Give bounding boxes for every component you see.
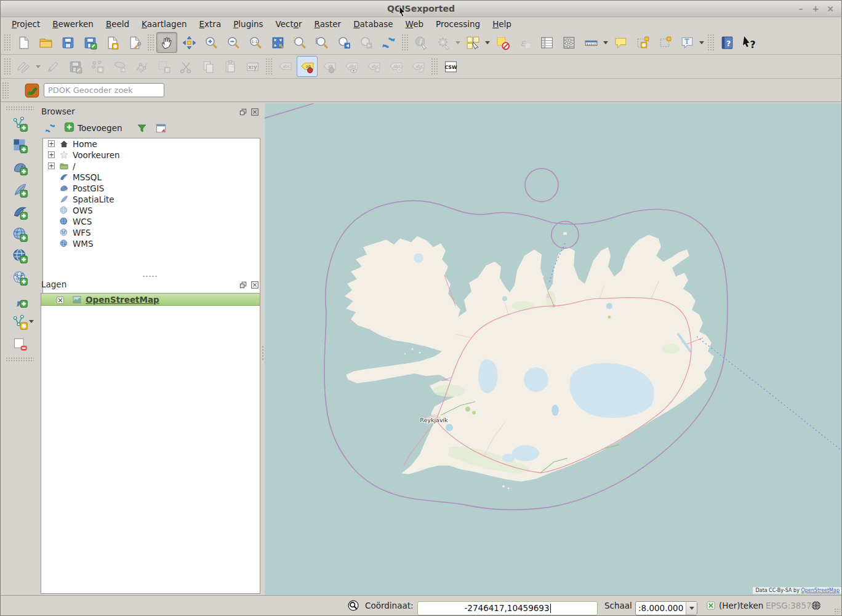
toolbar-handle[interactable] bbox=[6, 106, 34, 111]
add-raster-layer-button[interactable] bbox=[9, 135, 31, 156]
expand-icon[interactable]: + bbox=[48, 162, 55, 169]
menu-database[interactable]: Database bbox=[347, 18, 399, 30]
browser-item-[interactable]: +/ bbox=[43, 161, 260, 172]
browser-float-button[interactable] bbox=[239, 108, 247, 116]
render-checkbox[interactable] bbox=[706, 601, 716, 610]
text-annotation-button[interactable]: T bbox=[676, 32, 697, 53]
menu-raster[interactable]: Raster bbox=[308, 18, 348, 30]
locator-button[interactable] bbox=[347, 596, 359, 615]
pdok-geocoder-search-input[interactable] bbox=[44, 83, 164, 97]
add-wcs-layer-button[interactable] bbox=[9, 246, 31, 266]
pdok-plugin-button[interactable] bbox=[23, 81, 41, 100]
save-project-as-button[interactable] bbox=[79, 32, 100, 53]
add-delimited-text-layer-button[interactable]: , bbox=[9, 289, 31, 310]
add-mssql-layer-button[interactable] bbox=[9, 201, 31, 222]
toolbar-handle[interactable] bbox=[401, 34, 408, 51]
titlebar[interactable]: QGISexported – + × bbox=[1, 1, 841, 17]
save-project-button[interactable] bbox=[57, 32, 78, 53]
properties-widget-button[interactable] bbox=[153, 121, 169, 135]
deselect-features-button[interactable] bbox=[492, 32, 513, 53]
browser-refresh-button[interactable] bbox=[42, 121, 58, 135]
zoom-in-button[interactable] bbox=[201, 32, 222, 53]
browser-item-wfs[interactable]: WFS bbox=[43, 227, 260, 238]
panel-splitter[interactable] bbox=[39, 274, 262, 278]
pan-map-button[interactable] bbox=[156, 32, 177, 53]
menu-processing[interactable]: Processing bbox=[430, 18, 486, 30]
measure-button[interactable] bbox=[580, 32, 601, 53]
toolbar-handle[interactable] bbox=[265, 58, 272, 75]
text-annotation-dropdown[interactable] bbox=[698, 32, 705, 53]
toolbar-handle[interactable] bbox=[4, 58, 10, 75]
browser-item-home[interactable]: +Home bbox=[43, 138, 260, 150]
zoom-native-button[interactable]: 1:1 bbox=[245, 32, 266, 53]
filter-browser-button[interactable] bbox=[134, 121, 150, 135]
select-features-button[interactable] bbox=[462, 32, 483, 53]
add-vector-layer-button[interactable] bbox=[9, 113, 31, 134]
toolbar-handle[interactable] bbox=[2, 82, 9, 99]
show-bookmarks-button[interactable] bbox=[654, 32, 675, 53]
select-features-dropdown[interactable] bbox=[484, 32, 491, 53]
coordinate-input[interactable]: -2746417,10459693 bbox=[417, 601, 598, 615]
add-spatialite-layer-button[interactable] bbox=[9, 179, 31, 200]
menu-plugins[interactable]: Plugins bbox=[227, 18, 269, 30]
zoom-out-button[interactable] bbox=[223, 32, 244, 53]
open-project-button[interactable] bbox=[35, 32, 56, 53]
crs-button[interactable] bbox=[810, 596, 822, 615]
attribution-link[interactable]: OpenStreetMap bbox=[801, 588, 840, 593]
layers-close-button[interactable] bbox=[251, 281, 259, 289]
browser-item-spatialite[interactable]: SpatiaLite bbox=[43, 194, 260, 205]
zoom-to-selection-button[interactable] bbox=[289, 32, 310, 53]
expand-icon[interactable]: + bbox=[48, 151, 55, 158]
maximize-button[interactable]: + bbox=[808, 1, 823, 17]
scale-dropdown-button[interactable] bbox=[686, 602, 697, 615]
layout-manager-button[interactable] bbox=[124, 32, 145, 53]
layer-visibility-checkbox[interactable] bbox=[56, 295, 65, 304]
toolbar-handle[interactable] bbox=[707, 34, 714, 51]
add-wms-layer-button[interactable] bbox=[9, 223, 31, 244]
refresh-map-button[interactable] bbox=[378, 32, 399, 53]
menu-help[interactable]: Help bbox=[486, 18, 518, 30]
browser-close-button[interactable] bbox=[251, 108, 259, 116]
toolbar-handle[interactable] bbox=[431, 58, 438, 75]
pan-to-selection-button[interactable] bbox=[178, 32, 199, 53]
menu-project[interactable]: Project bbox=[6, 18, 46, 30]
new-shapefile-layer-dropdown[interactable] bbox=[29, 318, 36, 325]
new-project-button[interactable] bbox=[13, 32, 34, 53]
browser-item-voorkeuren[interactable]: +Voorkeuren bbox=[43, 150, 260, 161]
menu-web[interactable]: Web bbox=[399, 18, 430, 30]
browser-item-ows[interactable]: OWS bbox=[43, 205, 260, 216]
toolbar-handle[interactable] bbox=[6, 357, 34, 362]
whats-this-button[interactable]: ? bbox=[739, 32, 760, 53]
browser-item-wcs[interactable]: WCS bbox=[43, 216, 260, 227]
zoom-last-button[interactable] bbox=[334, 32, 355, 53]
menu-bewerken[interactable]: Bewerken bbox=[46, 18, 100, 30]
close-button[interactable]: × bbox=[823, 1, 838, 17]
menu-beeld[interactable]: Beeld bbox=[100, 18, 135, 30]
add-postgis-layer-button[interactable] bbox=[9, 158, 31, 178]
menu-vector[interactable]: Vector bbox=[270, 18, 308, 30]
statistical-summary-button[interactable] bbox=[558, 32, 579, 53]
menu-kaartlagen[interactable]: Kaartlagen bbox=[135, 18, 193, 30]
layer-row-openstreetmap[interactable]: OpenStreetMap bbox=[41, 294, 260, 306]
map-canvas[interactable]: Reykjavík Data CC-By-SA by OpenStreetMap bbox=[265, 103, 842, 595]
remove-layer-group-button[interactable] bbox=[9, 334, 31, 354]
expand-icon[interactable]: + bbox=[48, 140, 55, 147]
browser-item-mssql[interactable]: MSSQL bbox=[43, 172, 260, 183]
open-attribute-table-button[interactable] bbox=[536, 32, 557, 53]
add-wfs-layer-button[interactable] bbox=[9, 268, 31, 289]
measure-dropdown[interactable] bbox=[602, 32, 609, 53]
map-tips-button[interactable] bbox=[610, 32, 631, 53]
menu-extra[interactable]: Extra bbox=[193, 18, 228, 30]
toolbar-handle[interactable] bbox=[4, 34, 10, 51]
browser-item-wms[interactable]: WMS bbox=[43, 238, 260, 249]
help-contents-button[interactable]: ? bbox=[716, 32, 737, 53]
new-print-layout-button[interactable] bbox=[102, 32, 122, 53]
resize-grip[interactable] bbox=[834, 608, 840, 614]
add-selected-layers-button[interactable]: Toevoegen bbox=[62, 121, 124, 135]
metasearch-csw-button[interactable]: CSW bbox=[440, 56, 461, 77]
minimize-button[interactable]: – bbox=[793, 1, 808, 17]
browser-item-postgis[interactable]: PostGIS bbox=[43, 183, 260, 194]
scale-combobox[interactable]: :8.000.000 bbox=[635, 601, 697, 615]
zoom-to-layer-button[interactable] bbox=[311, 32, 332, 53]
highlight-pinned-labels-button[interactable]: ab bbox=[297, 56, 318, 77]
